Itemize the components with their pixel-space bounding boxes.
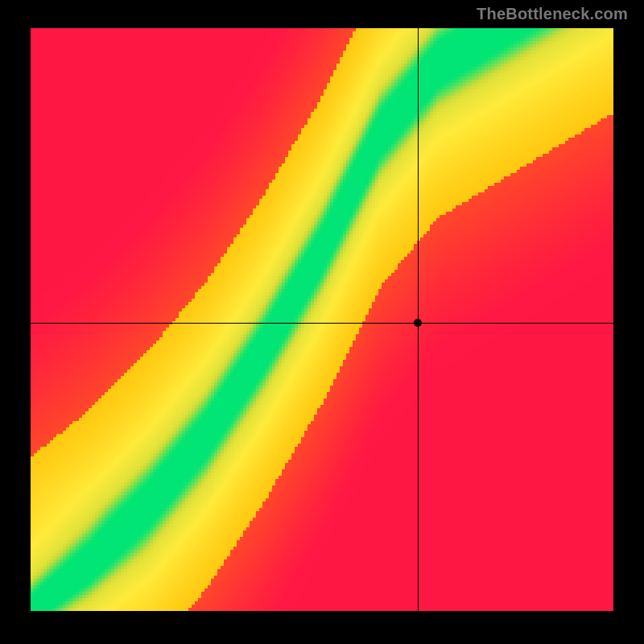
heatmap-plot — [31, 28, 613, 611]
watermark-text: TheBottleneck.com — [477, 5, 628, 23]
heatmap-canvas — [31, 28, 613, 611]
chart-frame: TheBottleneck.com — [0, 0, 644, 644]
